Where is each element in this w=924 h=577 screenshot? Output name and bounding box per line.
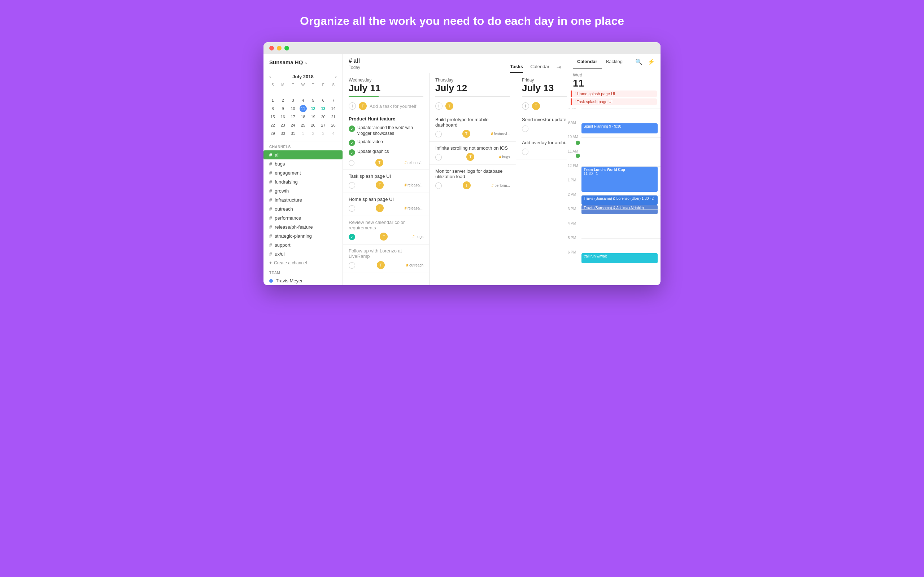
cal-day-8[interactable]: 8 <box>269 105 276 112</box>
channel-performance[interactable]: # performance <box>263 213 342 222</box>
cal-prev-button[interactable]: ‹ <box>268 73 273 80</box>
add-task-btn-fri[interactable]: + <box>522 102 529 110</box>
check-group-footer[interactable] <box>349 160 354 166</box>
cal-day-17[interactable]: 17 <box>289 113 297 121</box>
event-travis-lorenzo[interactable]: Travis (Sunsama) & Lorenzo (Uber) 1:30 ·… <box>582 195 657 205</box>
check-monitor[interactable] <box>435 182 442 189</box>
channel-hash-all: # <box>269 152 272 158</box>
cal-day-next4[interactable]: 4 <box>330 130 337 137</box>
check-update-graphics[interactable] <box>349 149 355 156</box>
channel-fundraising[interactable]: # fundraising <box>263 177 342 187</box>
cal-day-4[interactable]: 4 <box>300 97 307 104</box>
channel-name-all: all <box>275 152 279 158</box>
cal-day-9[interactable]: 9 <box>279 105 287 112</box>
cal-day-next2[interactable]: 2 <box>310 130 317 137</box>
cal-day-24[interactable]: 24 <box>289 121 297 129</box>
time-slot-5pm: 5 PM <box>582 239 661 253</box>
channel-growth[interactable]: # growth <box>263 187 342 195</box>
task-text-around-web: Update 'around the web' with vlogger sho… <box>357 125 423 136</box>
maximize-button[interactable] <box>284 46 289 50</box>
cal-day-2[interactable]: 2 <box>279 97 287 104</box>
lightning-icon[interactable]: ⚡ <box>648 58 655 65</box>
quick-events: ! Home splash page UI ! Task splash page… <box>567 90 661 108</box>
cal-day-3[interactable]: 3 <box>289 97 297 104</box>
cal-day-19[interactable]: 19 <box>310 113 317 121</box>
cal-day-11[interactable]: 11 <box>300 105 307 112</box>
col-wed-date: July 11 <box>349 82 423 94</box>
cal-day-26[interactable]: 26 <box>310 121 317 129</box>
cal-day-10[interactable]: 10 <box>289 105 297 112</box>
cal-day-13[interactable]: 13 <box>320 105 327 112</box>
time-slot-6pm: 6 PM trail run w/walt <box>582 253 661 267</box>
check-review[interactable] <box>349 234 355 240</box>
right-tab-backlog[interactable]: Backlog <box>602 59 627 69</box>
channel-support[interactable]: # support <box>263 240 342 250</box>
cal-day-next3[interactable]: 3 <box>320 130 327 137</box>
close-button[interactable] <box>269 46 274 50</box>
cal-day-20[interactable]: 20 <box>320 113 327 121</box>
cal-day-29[interactable]: 29 <box>269 130 276 137</box>
check-overlay[interactable] <box>522 148 528 155</box>
check-splash[interactable] <box>349 182 355 189</box>
cal-day-30[interactable]: 30 <box>279 130 287 137</box>
tab-calendar[interactable]: Calendar <box>530 64 549 73</box>
cal-day-21[interactable]: 21 <box>330 113 337 121</box>
cal-day-6[interactable]: 6 <box>320 97 327 104</box>
cal-day-31[interactable]: 31 <box>289 130 297 137</box>
check-followup[interactable] <box>349 262 355 269</box>
event-team-lunch[interactable]: Team Lunch: World Cup 11:30 - 1 <box>582 167 657 192</box>
event-trail-run[interactable]: trail run w/walt <box>582 253 657 263</box>
channel-all[interactable]: # all <box>263 150 342 160</box>
cal-day-1[interactable]: 1 <box>269 97 276 104</box>
cal-day-27[interactable]: 27 <box>320 121 327 129</box>
cal-day-28[interactable]: 28 <box>330 121 337 129</box>
cal-day-16[interactable]: 16 <box>279 113 287 121</box>
cal-day-18[interactable]: 18 <box>300 113 307 121</box>
workspace-name[interactable]: Sunsama HQ <box>269 59 337 65</box>
avatar-home: T <box>376 204 384 212</box>
team-label: TEAM <box>263 267 342 276</box>
time-slot-11am: 11 AM <box>582 152 661 166</box>
cal-day-12[interactable]: 12 <box>310 105 317 112</box>
time-label-9am: 9 AM <box>568 121 576 124</box>
cal-month-label: July 2018 <box>292 74 313 79</box>
channel-uxui[interactable]: # ux/ui <box>263 250 342 259</box>
cal-day-next1[interactable]: 1 <box>300 130 307 137</box>
cal-day-25[interactable]: 25 <box>300 121 307 129</box>
check-scrolling[interactable] <box>435 154 442 161</box>
minimize-button[interactable] <box>277 46 281 50</box>
channel-release[interactable]: # release/ph-feature <box>263 222 342 232</box>
cal-day-23[interactable]: 23 <box>279 121 287 129</box>
cal-day-14[interactable]: 14 <box>330 105 337 112</box>
cal-day-7[interactable]: 7 <box>330 97 337 104</box>
col-thu-day: Thursday <box>435 77 510 82</box>
event-sprint-planning[interactable]: Sprint Planning 9 · 9:30 <box>582 123 657 134</box>
add-task-wed[interactable]: + T Add a task for yourself <box>343 99 429 113</box>
add-task-btn-thu[interactable]: + <box>435 102 443 110</box>
add-task-fri[interactable]: + T <box>516 99 567 113</box>
cal-day-22[interactable]: 22 <box>269 121 276 129</box>
search-icon[interactable]: 🔍 <box>635 58 643 65</box>
add-task-thu[interactable]: + T <box>430 99 516 113</box>
task-review-title: Review new calendar color requirements <box>349 220 423 230</box>
channel-outreach[interactable]: # outreach <box>263 205 342 213</box>
check-prototype[interactable] <box>435 131 442 137</box>
channel-engagement[interactable]: # engagement <box>263 168 342 177</box>
cal-day-5[interactable]: 5 <box>310 97 317 104</box>
check-investor[interactable] <box>522 126 528 132</box>
channel-hash-engagement: # <box>269 170 272 176</box>
add-task-btn-wed[interactable]: + <box>349 102 356 110</box>
create-channel-button[interactable]: + Create a channel <box>263 259 342 267</box>
right-tab-calendar[interactable]: Calendar <box>573 59 602 69</box>
check-home[interactable] <box>349 205 355 212</box>
channel-strategic[interactable]: # strategic-planning <box>263 232 342 240</box>
check-around-web[interactable] <box>349 126 355 132</box>
tab-tasks[interactable]: Tasks <box>510 64 523 73</box>
channel-infrastructure[interactable]: # infrastructure <box>263 195 342 205</box>
check-update-video[interactable] <box>349 140 355 146</box>
cal-day-15[interactable]: 15 <box>269 113 276 121</box>
cal-next-button[interactable]: › <box>333 73 338 80</box>
channel-hash-growth: # <box>269 188 272 193</box>
channel-bugs[interactable]: # bugs <box>263 160 342 168</box>
cal-day-empty3 <box>289 89 297 95</box>
